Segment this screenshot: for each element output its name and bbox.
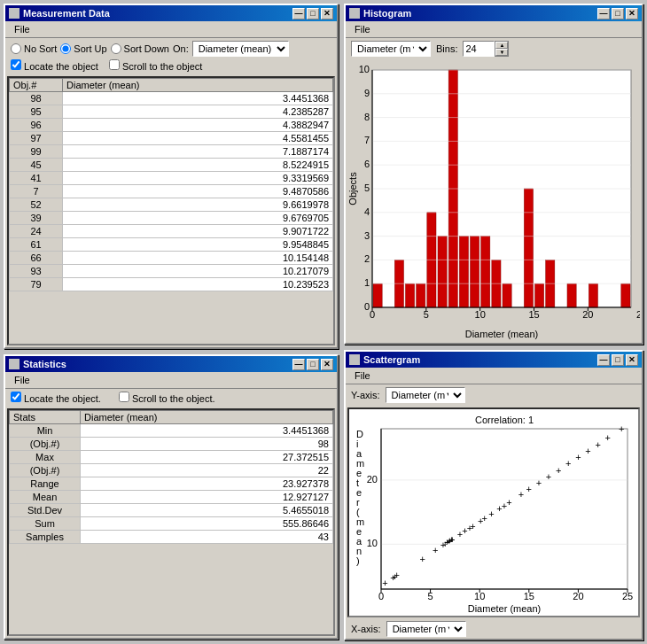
scatter-point: + bbox=[433, 545, 438, 555]
scroll-object-checkbox[interactable] bbox=[109, 59, 120, 70]
histogram-bar bbox=[373, 283, 382, 307]
scatter-point: + bbox=[506, 497, 511, 508]
histogram-bar bbox=[406, 283, 415, 307]
scattergram-close-btn[interactable]: ✕ bbox=[626, 354, 638, 366]
measurement-value-cell: 3.4451368 bbox=[63, 92, 333, 105]
scatter-point: + bbox=[556, 465, 561, 476]
scattergram-maximize-btn[interactable]: □ bbox=[612, 354, 624, 366]
measurement-locate-controls: Locate the object Scroll to the object bbox=[5, 59, 337, 74]
statistics-table-row: Max27.372515 bbox=[10, 451, 333, 464]
stat-value-cell: 3.4451368 bbox=[81, 424, 333, 438]
measurement-value-cell: 4.3882947 bbox=[63, 119, 333, 132]
bins-input[interactable] bbox=[463, 41, 495, 57]
svg-text:8: 8 bbox=[364, 112, 370, 122]
stats-scroll-label[interactable]: Scroll to the object. bbox=[119, 392, 215, 404]
sort-up-radio-label[interactable]: Sort Up bbox=[60, 43, 106, 54]
stat-value-cell: 555.86646 bbox=[81, 517, 333, 531]
histogram-close-btn[interactable]: ✕ bbox=[626, 8, 638, 19]
histogram-file-menu[interactable]: File bbox=[349, 23, 376, 35]
sort-down-radio-label[interactable]: Sort Down bbox=[111, 43, 169, 54]
bins-spinner-group: ▲ ▼ bbox=[463, 41, 509, 57]
measurement-table-row: 964.3882947 bbox=[10, 119, 333, 132]
histogram-axis-select[interactable]: Diameter (m▼ bbox=[351, 41, 431, 57]
measurement-table-row: 6610.154148 bbox=[10, 252, 333, 265]
locate-object-checkbox[interactable] bbox=[11, 59, 21, 70]
statistics-close-btn[interactable]: ✕ bbox=[321, 359, 333, 370]
sort-up-radio[interactable] bbox=[60, 43, 71, 54]
bins-down-btn[interactable]: ▼ bbox=[495, 49, 508, 56]
svg-text:): ) bbox=[356, 555, 360, 566]
measurement-value-cell: 9.9071722 bbox=[63, 225, 333, 238]
scatter-point: + bbox=[394, 570, 400, 580]
measurement-obj-cell: 24 bbox=[10, 225, 63, 238]
measurement-file-menu[interactable]: File bbox=[9, 23, 35, 35]
svg-text:7: 7 bbox=[364, 135, 370, 145]
measurement-value-cell: 10.239523 bbox=[63, 278, 333, 291]
scroll-object-label[interactable]: Scroll to the object bbox=[109, 59, 203, 72]
locate-object-label[interactable]: Locate the object bbox=[11, 59, 98, 72]
scattergram-chart-area: Correlation: 1++++++++++++++++++++++++++… bbox=[347, 407, 640, 617]
scatter-point: + bbox=[482, 513, 487, 524]
scattergram-title-bar: Scattergram — □ ✕ bbox=[346, 352, 642, 368]
measurement-value-cell: 8.5224915 bbox=[63, 159, 333, 172]
sort-on-select[interactable]: Diameter (mean) bbox=[192, 41, 289, 57]
measurement-value-cell: 7.1887174 bbox=[63, 145, 333, 159]
statistics-minimize-btn[interactable]: — bbox=[292, 359, 305, 370]
measurement-data-window: Measurement Data — □ ✕ File No Sort Sort… bbox=[4, 4, 339, 349]
statistics-table-scroll[interactable]: Stats Diameter (mean) Min3.4451368(Obj.#… bbox=[9, 410, 333, 634]
measurement-maximize-btn[interactable]: □ bbox=[307, 8, 319, 19]
stat-label-cell: Std.Dev bbox=[10, 504, 81, 517]
sort-down-radio[interactable] bbox=[111, 43, 121, 54]
statistics-window-controls: — □ ✕ bbox=[292, 359, 333, 370]
stat-value-cell: 23.927378 bbox=[81, 477, 333, 491]
statistics-table-row: Samples43 bbox=[10, 531, 333, 544]
measurement-title-bar: Measurement Data — □ ✕ bbox=[5, 5, 337, 21]
histogram-window-icon bbox=[349, 8, 360, 19]
svg-text:Diameter (mean): Diameter (mean) bbox=[468, 603, 542, 614]
scattergram-minimize-btn[interactable]: — bbox=[597, 354, 610, 366]
histogram-minimize-btn[interactable]: — bbox=[597, 8, 610, 19]
stat-value-cell: 98 bbox=[81, 438, 333, 451]
x-axis-select[interactable]: Diameter (m▼ bbox=[386, 621, 466, 637]
scattergram-window-controls: — □ ✕ bbox=[597, 354, 638, 366]
statistics-window-icon bbox=[9, 359, 19, 369]
stat-value-cell: 43 bbox=[81, 531, 333, 544]
svg-text:20: 20 bbox=[367, 474, 378, 485]
no-sort-radio-label[interactable]: No Sort bbox=[11, 43, 57, 54]
bins-up-btn[interactable]: ▲ bbox=[495, 42, 508, 49]
measurement-obj-cell: 66 bbox=[10, 252, 63, 265]
measurement-obj-cell: 96 bbox=[10, 119, 63, 132]
histogram-title: Histogram bbox=[363, 8, 411, 19]
scattergram-menu-bar: File bbox=[346, 368, 642, 384]
statistics-table-row: Std.Dev5.4655018 bbox=[10, 504, 333, 517]
stats-locate-label[interactable]: Locate the object. bbox=[11, 392, 101, 404]
bins-spinner: ▲ ▼ bbox=[495, 41, 509, 57]
col-obj-header: Obj.# bbox=[10, 79, 63, 92]
stat-value-cell: 27.372515 bbox=[81, 451, 333, 464]
stats-locate-checkbox[interactable] bbox=[11, 392, 21, 402]
statistics-locate-controls: Locate the object. Scroll to the object. bbox=[5, 389, 337, 407]
scattergram-x-controls: X-axis: Diameter (m▼ bbox=[346, 619, 642, 639]
measurement-minimize-btn[interactable]: — bbox=[292, 8, 305, 19]
measurement-table-scroll[interactable]: Obj.# Diameter (mean) 983.4451368954.238… bbox=[9, 78, 333, 344]
statistics-file-menu[interactable]: File bbox=[9, 374, 35, 386]
stat-label-cell: (Obj.#) bbox=[10, 438, 81, 451]
no-sort-radio[interactable] bbox=[11, 43, 21, 54]
measurement-table-row: 399.6769705 bbox=[10, 212, 333, 225]
scatter-svg: Correlation: 1++++++++++++++++++++++++++… bbox=[349, 409, 638, 616]
measurement-close-btn[interactable]: ✕ bbox=[321, 8, 333, 19]
scatter-point: + bbox=[518, 489, 524, 500]
histogram-chart-area: 0123456789100510152025ObjectsDiameter (m… bbox=[347, 61, 640, 341]
y-axis-select[interactable]: Diameter (m▼ bbox=[386, 387, 465, 403]
histogram-maximize-btn[interactable]: □ bbox=[612, 8, 624, 19]
scattergram-content: File Y-axis: Diameter (m▼ Correlation: 1… bbox=[346, 368, 642, 639]
statistics-maximize-btn[interactable]: □ bbox=[307, 359, 319, 370]
scattergram-file-menu[interactable]: File bbox=[349, 369, 376, 382]
scatter-point: + bbox=[382, 578, 387, 588]
on-label: On: bbox=[173, 43, 189, 54]
svg-text:Diameter (mean): Diameter (mean) bbox=[465, 329, 539, 339]
measurement-table-row: 79.4870586 bbox=[10, 185, 333, 198]
histogram-svg: 0123456789100510152025ObjectsDiameter (m… bbox=[347, 61, 640, 341]
stats-scroll-checkbox[interactable] bbox=[119, 392, 129, 402]
statistics-table-row: Min3.4451368 bbox=[10, 424, 333, 438]
